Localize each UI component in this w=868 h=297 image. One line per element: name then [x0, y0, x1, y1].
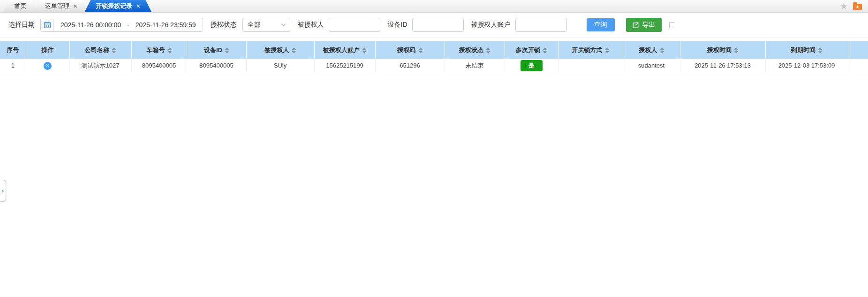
column-header-serial: 序号	[0, 41, 26, 59]
cancel-authorization-icon[interactable]: ✕	[44, 62, 52, 70]
favorite-star-icon[interactable]: ★	[840, 2, 848, 11]
export-option-checkbox[interactable]	[669, 22, 675, 28]
authorized-account-label: 被授权人账户	[471, 21, 511, 29]
cell-authorized-account: 15625215199	[314, 59, 375, 73]
cell-company: 测试演示1027	[69, 59, 131, 73]
cell-authorized-person: SUly	[246, 59, 314, 73]
cell-device-id: 8095400005	[187, 59, 246, 73]
authorization-records-table: 序号 操作 公司名称 车箱号 设备ID 被授权人 被授权人账户 授权码 授权状态…	[0, 41, 868, 73]
device-id-input[interactable]	[412, 18, 464, 32]
sort-icon[interactable]	[419, 47, 423, 53]
close-icon[interactable]: ✕	[73, 3, 77, 9]
date-end-value: 2025-11-26 23:59:59	[136, 21, 196, 29]
cell-auth-status: 未结束	[445, 59, 505, 73]
sidebar-expand-handle[interactable]: ›	[0, 180, 6, 202]
column-header-filler	[848, 41, 868, 59]
cell-auth-code: 651296	[375, 59, 445, 73]
cell-expire-time: 2025-12-03 17:53:09	[765, 59, 848, 73]
export-button-label: 导出	[642, 21, 656, 29]
authorization-status-select[interactable]: 全部	[242, 18, 290, 32]
sort-icon[interactable]	[168, 47, 172, 53]
export-button[interactable]: 导出	[626, 18, 662, 32]
column-header-company[interactable]: 公司名称	[69, 41, 131, 59]
export-icon	[632, 22, 639, 29]
column-header-auth-code[interactable]: 授权码	[375, 41, 445, 59]
cell-serial: 1	[0, 59, 26, 73]
device-id-label: 设备ID	[388, 21, 408, 29]
sort-icon[interactable]	[292, 47, 296, 53]
expand-chevron-icon: ›	[2, 187, 4, 194]
sort-icon[interactable]	[660, 47, 664, 53]
sort-icon[interactable]	[225, 47, 229, 53]
column-header-container-no[interactable]: 车箱号	[131, 41, 187, 59]
chevron-down-icon	[281, 22, 286, 26]
column-header-expire-time[interactable]: 到期时间	[765, 41, 848, 59]
table-row: 1 ✕ 测试演示1027 8095400005 8095400005 SUly …	[0, 59, 868, 73]
cell-authorizer: sudantest	[623, 59, 680, 73]
sort-icon[interactable]	[112, 47, 116, 53]
cell-operation: ✕	[26, 59, 69, 73]
column-header-auth-time[interactable]: 授权时间	[680, 41, 765, 59]
tab-home-label: 首页	[15, 2, 27, 10]
column-header-authorized-account[interactable]: 被授权人账户	[314, 41, 375, 59]
tab-unlock-label: 开锁授权记录	[96, 2, 132, 10]
column-header-lock-method[interactable]: 开关锁方式	[558, 41, 623, 59]
close-icon[interactable]: ✕	[136, 3, 140, 9]
sort-icon[interactable]	[734, 47, 738, 53]
authorized-account-input[interactable]	[515, 18, 567, 32]
cell-auth-time: 2025-11-26 17:53:13	[680, 59, 765, 73]
date-start-value: 2025-11-26 00:00:00	[60, 21, 121, 29]
authorized-person-input[interactable]	[329, 18, 380, 32]
cell-lock-method	[558, 59, 623, 73]
calendar-icon[interactable]	[41, 18, 54, 31]
sort-icon[interactable]	[543, 47, 547, 53]
sort-icon[interactable]	[486, 47, 490, 53]
sort-icon[interactable]	[362, 47, 366, 53]
date-range-label: 选择日期	[8, 21, 35, 29]
authorization-status-value: 全部	[248, 21, 261, 29]
sort-icon[interactable]	[818, 47, 822, 53]
date-separator: -	[127, 21, 129, 29]
tab-waybill-label: 运单管理	[45, 2, 69, 10]
column-header-authorizer[interactable]: 授权人	[623, 41, 680, 59]
cell-filler	[848, 59, 868, 73]
favorites-folder-icon[interactable]: ★	[853, 4, 862, 10]
column-header-authorized-person[interactable]: 被授权人	[246, 41, 314, 59]
column-header-multiple-unlock[interactable]: 多次开锁	[505, 41, 558, 59]
tab-waybill-management[interactable]: 运单管理 ✕	[34, 0, 89, 12]
cell-container-no: 8095400005	[131, 59, 187, 73]
multiple-unlock-yes-badge[interactable]: 是	[521, 60, 543, 71]
date-range-value: 2025-11-26 00:00:00 - 2025-11-26 23:59:5…	[54, 21, 203, 29]
filter-bar: 选择日期 2025-11-26 00:00:00 - 2025-11-26 23…	[0, 13, 868, 38]
folder-star-icon: ★	[855, 5, 859, 9]
tab-unlock-authorization-records[interactable]: 开锁授权记录 ✕	[84, 0, 151, 12]
search-button[interactable]: 查询	[587, 18, 615, 31]
sort-icon[interactable]	[605, 47, 609, 53]
tab-home[interactable]: 首页	[3, 0, 38, 12]
cell-multiple-unlock: 是	[505, 59, 558, 73]
column-header-operation: 操作	[26, 41, 69, 59]
table-header-row: 序号 操作 公司名称 车箱号 设备ID 被授权人 被授权人账户 授权码 授权状态…	[0, 41, 868, 59]
authorized-person-label: 被授权人	[298, 21, 324, 29]
column-header-auth-status[interactable]: 授权状态	[445, 41, 505, 59]
column-header-device-id[interactable]: 设备ID	[187, 41, 246, 59]
authorization-status-label: 授权状态	[211, 21, 237, 29]
tabbar-right-icons: ★ ★	[840, 0, 862, 13]
date-range-input[interactable]: 2025-11-26 00:00:00 - 2025-11-26 23:59:5…	[40, 18, 203, 32]
tab-bar: 首页 运单管理 ✕ 开锁授权记录 ✕ ★ ★	[0, 0, 868, 13]
